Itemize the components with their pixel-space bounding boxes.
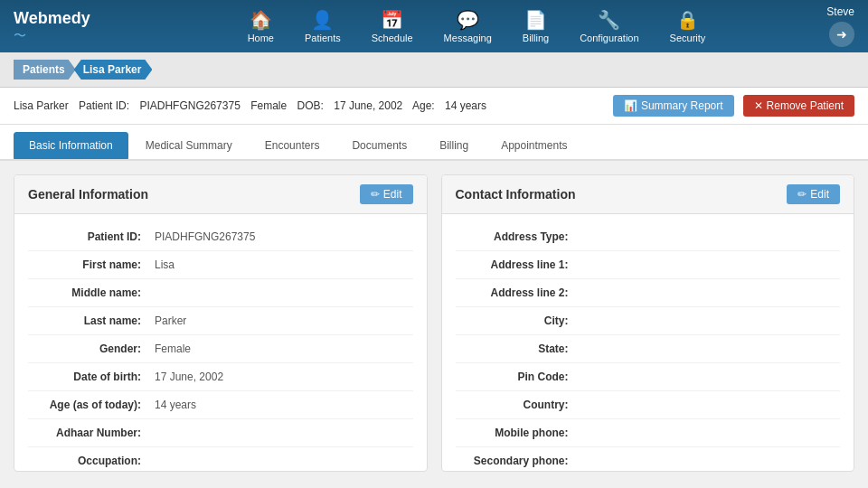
table-row: Address Type: bbox=[456, 223, 841, 251]
logo-text: Webmedy bbox=[14, 9, 90, 28]
field-value: Female bbox=[155, 343, 191, 355]
contact-info-edit-button[interactable]: ✏ Edit bbox=[787, 184, 840, 204]
contact-info-body: Address Type:Address line 1:Address line… bbox=[442, 214, 854, 472]
general-info-edit-button[interactable]: ✏ Edit bbox=[360, 184, 413, 204]
remove-patient-button[interactable]: ✕ Remove Patient bbox=[743, 95, 854, 117]
breadcrumb-patients[interactable]: Patients bbox=[14, 60, 76, 80]
configuration-icon: 🔧 bbox=[598, 9, 620, 31]
tabs: Basic InformationMedical SummaryEncounte… bbox=[0, 125, 868, 161]
table-row: First name:Lisa bbox=[28, 251, 413, 279]
table-row: Occupation: bbox=[28, 447, 413, 472]
messaging-icon: 💬 bbox=[457, 9, 479, 31]
patient-dob: 17 June, 2002 bbox=[334, 99, 402, 112]
remove-icon: ✕ bbox=[754, 99, 763, 112]
header-right: Steve ➜ bbox=[826, 5, 854, 47]
field-label: State: bbox=[456, 343, 582, 355]
table-row: Date of birth:17 June, 2002 bbox=[28, 363, 413, 391]
user-name: Steve bbox=[826, 5, 854, 18]
nav-item-schedule[interactable]: 📅Schedule bbox=[361, 5, 424, 47]
table-row: Adhaar Number: bbox=[28, 419, 413, 447]
security-icon: 🔒 bbox=[676, 9, 699, 31]
contact-info-header: Contact Information ✏ Edit bbox=[442, 175, 854, 214]
logo: Webmedy 〜 bbox=[14, 9, 90, 44]
patients-icon: 👤 bbox=[311, 9, 334, 31]
table-row: Mobile phone: bbox=[456, 419, 841, 447]
main-content: General Information ✏ Edit Patient ID:PI… bbox=[0, 161, 868, 485]
tab-basic-information[interactable]: Basic Information bbox=[14, 132, 128, 159]
header: Webmedy 〜 🏠Home👤Patients📅Schedule💬Messag… bbox=[0, 0, 868, 52]
field-label: Mobile phone: bbox=[456, 427, 582, 439]
table-row: State: bbox=[456, 335, 841, 363]
summary-icon: 📊 bbox=[624, 99, 637, 112]
logo-wave: 〜 bbox=[14, 28, 90, 44]
patient-id: PIADHFGNG267375 bbox=[139, 99, 240, 112]
field-label: City: bbox=[456, 314, 582, 327]
patient-id-label: Patient ID: bbox=[79, 99, 129, 112]
table-row: Last name:Parker bbox=[28, 307, 413, 335]
tab-appointments[interactable]: Appointments bbox=[486, 132, 582, 159]
patient-info-bar: Lisa Parker Patient ID: PIADHFGNG267375 … bbox=[0, 88, 868, 125]
field-label: Occupation: bbox=[28, 455, 155, 467]
contact-info-title: Contact Information bbox=[456, 187, 576, 202]
patient-age-label: Age: bbox=[412, 99, 435, 112]
tab-medical-summary[interactable]: Medical Summary bbox=[130, 132, 248, 159]
field-value: 14 years bbox=[155, 399, 196, 411]
patient-name: Lisa Parker bbox=[14, 99, 69, 112]
field-label: Address Type: bbox=[456, 230, 582, 243]
table-row: Country: bbox=[456, 391, 841, 419]
breadcrumb-patient-name[interactable]: Lisa Parker bbox=[74, 60, 153, 80]
table-row: Secondary phone: bbox=[456, 447, 841, 472]
field-label: Address line 2: bbox=[456, 286, 582, 299]
table-row: Address line 1: bbox=[456, 251, 841, 279]
home-icon: 🏠 bbox=[250, 9, 272, 31]
table-row: City: bbox=[456, 307, 841, 335]
logout-button[interactable]: ➜ bbox=[829, 22, 854, 47]
field-label: Secondary phone: bbox=[456, 455, 582, 467]
nav-item-home[interactable]: 🏠Home bbox=[237, 5, 285, 47]
schedule-icon: 📅 bbox=[381, 9, 403, 31]
field-value: Parker bbox=[155, 314, 186, 327]
field-label: Adhaar Number: bbox=[28, 427, 155, 439]
field-label: Pin Code: bbox=[456, 371, 582, 383]
field-label: Gender: bbox=[28, 343, 155, 355]
nav-item-configuration[interactable]: 🔧Configuration bbox=[569, 5, 649, 47]
field-value: Lisa bbox=[155, 258, 175, 271]
tab-billing[interactable]: Billing bbox=[424, 132, 484, 159]
patient-age: 14 years bbox=[445, 99, 486, 112]
general-info-title: General Information bbox=[28, 187, 148, 202]
field-value: PIADHFGNG267375 bbox=[155, 230, 255, 243]
remove-label: Remove Patient bbox=[767, 99, 844, 112]
field-value: 17 June, 2002 bbox=[155, 371, 223, 383]
nav-item-messaging[interactable]: 💬Messaging bbox=[433, 5, 503, 47]
tab-documents[interactable]: Documents bbox=[336, 132, 422, 159]
general-info-card: General Information ✏ Edit Patient ID:PI… bbox=[14, 174, 428, 472]
field-label: Age (as of today): bbox=[28, 399, 155, 411]
field-label: Date of birth: bbox=[28, 371, 155, 383]
contact-info-card: Contact Information ✏ Edit Address Type:… bbox=[441, 174, 855, 472]
billing-icon: 📄 bbox=[524, 9, 547, 31]
nav-item-security[interactable]: 🔒Security bbox=[659, 5, 717, 47]
general-info-header: General Information ✏ Edit bbox=[14, 175, 427, 214]
field-label: First name: bbox=[28, 258, 155, 271]
tab-encounters[interactable]: Encounters bbox=[250, 132, 335, 159]
patient-info-text: Lisa Parker Patient ID: PIADHFGNG267375 … bbox=[14, 99, 604, 112]
field-label: Address line 1: bbox=[456, 258, 582, 271]
patient-gender: Female bbox=[250, 99, 287, 112]
table-row: Gender:Female bbox=[28, 335, 413, 363]
breadcrumb: Patients Lisa Parker bbox=[0, 52, 868, 88]
table-row: Patient ID:PIADHFGNG267375 bbox=[28, 223, 413, 251]
table-row: Middle name: bbox=[28, 279, 413, 307]
general-info-body: Patient ID:PIADHFGNG267375First name:Lis… bbox=[14, 214, 427, 472]
edit-pencil-icon: ✏ bbox=[371, 188, 380, 201]
table-row: Address line 2: bbox=[456, 279, 841, 307]
summary-report-button[interactable]: 📊 Summary Report bbox=[613, 95, 734, 117]
table-row: Pin Code: bbox=[456, 363, 841, 391]
summary-label: Summary Report bbox=[641, 99, 723, 112]
nav-items: 🏠Home👤Patients📅Schedule💬Messaging📄Billin… bbox=[127, 5, 827, 47]
table-row: Age (as of today):14 years bbox=[28, 391, 413, 419]
field-label: Last name: bbox=[28, 314, 155, 327]
nav-item-patients[interactable]: 👤Patients bbox=[294, 5, 352, 47]
field-label: Middle name: bbox=[28, 286, 155, 299]
patient-dob-label: DOB: bbox=[297, 99, 324, 112]
nav-item-billing[interactable]: 📄Billing bbox=[512, 5, 560, 47]
